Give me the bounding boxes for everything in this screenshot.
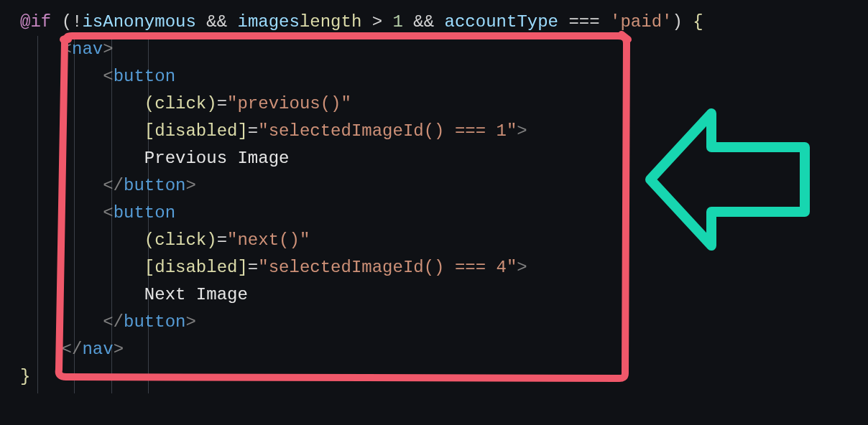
code-editor-content: @if (!isAnonymous && imageslength > 1 &&… [20, 9, 703, 391]
str-paid: 'paid' [610, 12, 672, 32]
op-and: && [196, 12, 238, 32]
paren: ) [672, 12, 682, 32]
num-1: 1 [393, 12, 403, 32]
op-and: && [403, 12, 445, 32]
op-eq: === [558, 12, 610, 32]
button-open-tag: <button [103, 203, 175, 223]
attr-click: (click)="previous()" [144, 94, 351, 113]
if-line: @if (!isAnonymous && imageslength > 1 &&… [20, 12, 703, 32]
attr-click: (click)="next()" [144, 230, 310, 250]
nav-close-tag: </nav> [62, 340, 124, 359]
button-text: Next Image [144, 285, 248, 304]
attr-disabled: [disabled]="selectedImageId() === 1"> [144, 121, 527, 141]
button-close-tag: </button> [103, 176, 196, 195]
prop-length: length [300, 12, 361, 32]
paren: (! [62, 12, 83, 32]
attr-disabled: [disabled]="selectedImageId() === 4"> [144, 258, 527, 277]
op-gt: > [361, 12, 392, 32]
brace-open: { [683, 12, 703, 32]
var-images: images [237, 12, 299, 32]
keyword-if: @if [20, 12, 51, 32]
nav-open-tag: <nav> [62, 39, 114, 59]
var-isAnonymous: isAnonymous [82, 12, 195, 32]
button-close-tag: </button> [103, 312, 196, 332]
brace-close: } [20, 367, 30, 386]
var-accountType: accountType [445, 12, 558, 32]
button-open-tag: <button [103, 67, 175, 86]
button-text: Previous Image [144, 149, 290, 168]
